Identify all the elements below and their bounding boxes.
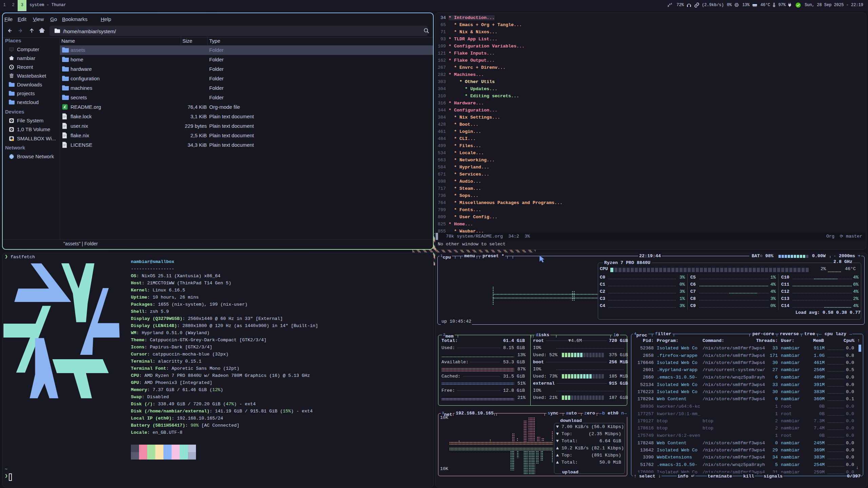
svg-text:z: z [669,3,671,6]
svg-text:z: z [668,4,669,7]
svg-text:z: z [671,2,672,5]
